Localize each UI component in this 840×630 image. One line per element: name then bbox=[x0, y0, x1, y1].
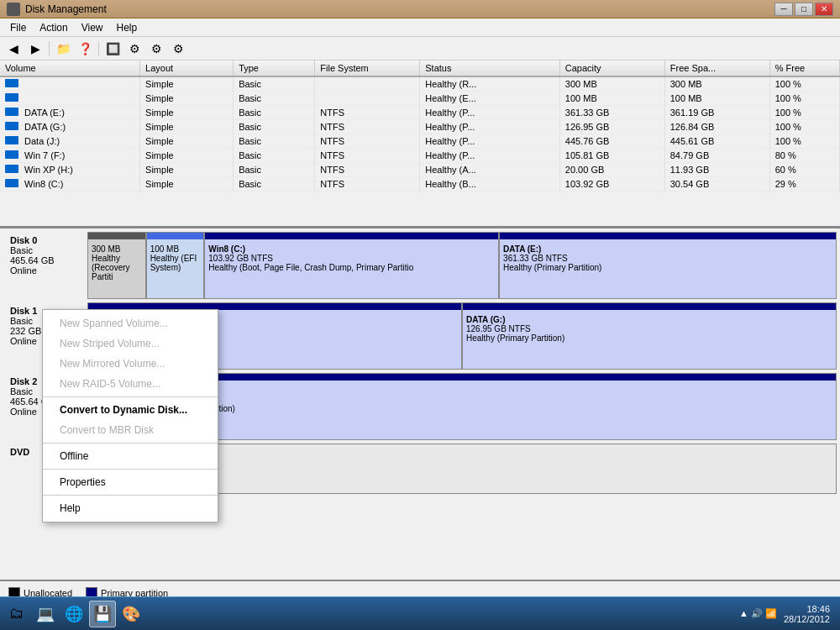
tool1-button[interactable]: 🔲 bbox=[102, 39, 123, 58]
cell-capacity: 105.81 GB bbox=[559, 149, 664, 163]
table-row[interactable]: Data (J:) Simple Basic NTFS Healthy (P..… bbox=[0, 134, 840, 149]
table-row[interactable]: DATA (E:) Simple Basic NTFS Healthy (P..… bbox=[0, 106, 840, 120]
disk0-size: 465.64 GB bbox=[10, 255, 81, 265]
table-row[interactable]: Win 7 (F:) Simple Basic NTFS Healthy (P.… bbox=[0, 149, 840, 163]
ctx-help[interactable]: Help bbox=[43, 498, 218, 518]
cell-capacity: 103.92 GB bbox=[559, 177, 664, 192]
maximize-button[interactable]: □ bbox=[795, 3, 813, 16]
ctx-sep4 bbox=[43, 495, 218, 496]
col-pct[interactable]: % Free bbox=[769, 60, 839, 76]
table-row[interactable]: Simple Basic Healthy (E... 100 MB 100 MB… bbox=[0, 92, 840, 106]
col-status[interactable]: Status bbox=[420, 60, 560, 76]
disk0-part4-size: 361.33 GB NTFS bbox=[503, 254, 832, 263]
cell-pct: 80 % bbox=[769, 149, 839, 163]
toolbar: ◀ ▶ 📁 ❓ 🔲 ⚙ ⚙ ⚙ bbox=[0, 37, 840, 60]
col-capacity[interactable]: Capacity bbox=[559, 60, 664, 76]
ctx-convert-dynamic[interactable]: Convert to Dynamic Disk... bbox=[43, 400, 218, 420]
taskbar-icon-explorer[interactable]: 🗂 bbox=[3, 601, 30, 627]
cell-capacity: 100 MB bbox=[559, 92, 664, 106]
cell-type: Basic bbox=[234, 120, 315, 134]
col-type[interactable]: Type bbox=[234, 60, 315, 76]
taskbar-icon-browser[interactable]: 🌐 bbox=[60, 601, 87, 627]
col-filesystem[interactable]: File System bbox=[315, 60, 420, 76]
menu-help[interactable]: Help bbox=[110, 20, 144, 35]
title-bar: Disk Management ─ □ ✕ bbox=[0, 0, 840, 18]
cell-free: 84.79 GB bbox=[664, 149, 769, 163]
menu-action[interactable]: Action bbox=[33, 20, 74, 35]
cell-layout: Simple bbox=[140, 76, 234, 92]
disk0-part3-status: Healthy (Boot, Page File, Crash Dump, Pr… bbox=[208, 263, 495, 272]
taskbar-left: 🗂 💻 🌐 💾 🎨 bbox=[3, 601, 144, 627]
cell-fs: NTFS bbox=[315, 149, 420, 163]
cell-pct: 60 % bbox=[769, 163, 839, 177]
cell-layout: Simple bbox=[140, 177, 234, 192]
ctx-new-striped[interactable]: New Striped Volume... bbox=[43, 333, 218, 354]
col-free[interactable]: Free Spa... bbox=[664, 60, 769, 76]
table-row[interactable]: Win8 (C:) Simple Basic NTFS Healthy (B..… bbox=[0, 177, 840, 192]
disk2-part2[interactable]: Data (J:) 445.76 GB NTFS Healthy (Primar… bbox=[134, 374, 836, 439]
cell-pct: 100 % bbox=[769, 120, 839, 134]
disk0-part3-name: Win8 (C:) bbox=[208, 244, 495, 254]
taskbar-icon-diskmgmt[interactable]: 💾 bbox=[89, 601, 116, 627]
menu-file[interactable]: File bbox=[3, 20, 33, 35]
disk1-part2-size: 126.95 GB NTFS bbox=[466, 324, 832, 333]
ctx-new-spanned[interactable]: New Spanned Volume... bbox=[43, 313, 218, 333]
disk1-part2-status: Healthy (Primary Partition) bbox=[466, 333, 832, 343]
disk0-part3-size: 103.92 GB NTFS bbox=[208, 254, 495, 263]
menu-view[interactable]: View bbox=[75, 20, 110, 35]
disk0-part2-status: Healthy (EFI System) bbox=[150, 254, 201, 272]
disk0-part4[interactable]: DATA (E:) 361.33 GB NTFS Healthy (Primar… bbox=[500, 233, 836, 298]
cell-fs bbox=[315, 76, 420, 92]
cell-fs: NTFS bbox=[315, 177, 420, 192]
col-layout[interactable]: Layout bbox=[140, 60, 234, 76]
close-button[interactable]: ✕ bbox=[815, 3, 833, 16]
minimize-button[interactable]: ─ bbox=[774, 3, 793, 16]
ctx-properties[interactable]: Properties bbox=[43, 472, 218, 492]
disk0-part1[interactable]: 300 MB Healthy (Recovery Partiti bbox=[88, 233, 147, 298]
ctx-sep3 bbox=[43, 469, 218, 470]
col-volume[interactable]: Volume bbox=[0, 60, 140, 76]
disk0-part2[interactable]: 100 MB Healthy (EFI System) bbox=[147, 233, 206, 298]
ctx-new-mirrored[interactable]: New Mirrored Volume... bbox=[43, 354, 218, 374]
cell-layout: Simple bbox=[140, 149, 234, 163]
taskbar-icon-computer[interactable]: 💻 bbox=[32, 601, 59, 627]
cell-free: 445.61 GB bbox=[664, 134, 769, 149]
ctx-offline[interactable]: Offline bbox=[43, 446, 218, 466]
cell-volume: Data (J:) bbox=[0, 134, 140, 149]
taskbar-right: ▲ 🔊 📶 18:46 28/12/2012 bbox=[739, 604, 837, 624]
cell-layout: Simple bbox=[140, 106, 234, 120]
table-row[interactable]: Win XP (H:) Simple Basic NTFS Healthy (A… bbox=[0, 163, 840, 177]
ctx-convert-mbr[interactable]: Convert to MBR Disk bbox=[43, 420, 218, 440]
back-button[interactable]: ◀ bbox=[3, 39, 24, 58]
ctx-new-raid5[interactable]: New RAID-5 Volume... bbox=[43, 374, 218, 394]
volume-table: Volume Layout Type File System Status Ca… bbox=[0, 60, 840, 192]
disk0-part3[interactable]: Win8 (C:) 103.92 GB NTFS Healthy (Boot, … bbox=[205, 233, 500, 298]
app-icon bbox=[7, 3, 20, 16]
cell-pct: 29 % bbox=[769, 177, 839, 192]
taskbar-clock[interactable]: 18:46 28/12/2012 bbox=[784, 604, 830, 624]
ctx-sep2 bbox=[43, 443, 218, 444]
cell-capacity: 361.33 GB bbox=[559, 106, 664, 120]
table-row[interactable]: Simple Basic Healthy (R... 300 MB 300 MB… bbox=[0, 76, 840, 92]
disk0-part2-size: 100 MB bbox=[150, 244, 201, 254]
cell-capacity: 300 MB bbox=[559, 76, 664, 92]
tool3-button[interactable]: ⚙ bbox=[146, 39, 166, 58]
tool2-button[interactable]: ⚙ bbox=[124, 39, 144, 58]
folder-button[interactable]: 📁 bbox=[53, 39, 73, 58]
cell-type: Basic bbox=[234, 76, 315, 92]
forward-button[interactable]: ▶ bbox=[25, 39, 45, 58]
disk1-part2-name: DATA (G:) bbox=[466, 315, 832, 324]
tool4-button[interactable]: ⚙ bbox=[168, 39, 188, 58]
taskbar-icon-paint[interactable]: 🎨 bbox=[118, 601, 144, 627]
help-button[interactable]: ❓ bbox=[75, 39, 95, 58]
cell-volume bbox=[0, 76, 140, 92]
cell-fs: NTFS bbox=[315, 106, 420, 120]
cell-volume: Win XP (H:) bbox=[0, 163, 140, 177]
disk0-label: Disk 0 Basic 465.64 GB Online bbox=[3, 232, 87, 299]
disk1-part2[interactable]: DATA (G:) 126.95 GB NTFS Healthy (Primar… bbox=[463, 303, 836, 369]
table-row[interactable]: DATA (G:) Simple Basic NTFS Healthy (P..… bbox=[0, 120, 840, 134]
cell-status: Healthy (R... bbox=[420, 76, 560, 92]
disk2-part2-name: Data (J:) bbox=[137, 386, 832, 395]
cell-fs bbox=[315, 92, 420, 106]
cell-volume: Win 7 (F:) bbox=[0, 149, 140, 163]
